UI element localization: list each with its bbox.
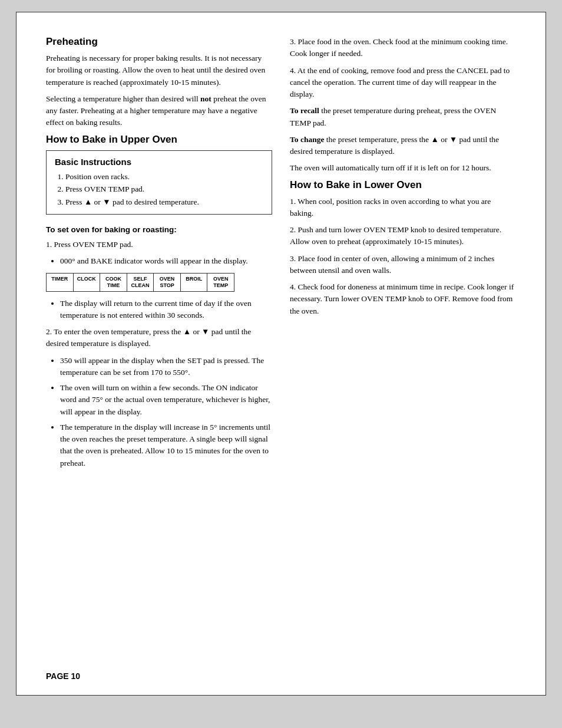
lower-step2: 2. Push and turn lower OVEN TEMP knob to… (290, 224, 516, 248)
control-panel: TIMER CLOCK COOKTIME SELFCLEAN OVENSTOP … (46, 273, 234, 292)
upper-step2-text: To enter the oven temperature, press the… (46, 327, 251, 348)
right-step4-num: 4. (290, 66, 296, 75)
auto-off-para: The oven will automatically turn off if … (290, 162, 516, 174)
page: Preheating Preheating is necessary for p… (16, 12, 546, 696)
oven-stop-button[interactable]: OVENSTOP (154, 274, 181, 291)
preheating-para2-bold: not (200, 94, 211, 103)
upper-step2-label: 2. To enter the oven temperature, press … (46, 326, 272, 350)
upper-step1-text: Press OVEN TEMP pad. (54, 240, 133, 249)
lower-oven-title: How to Bake in Lower Oven (290, 179, 516, 191)
preheating-title: Preheating (46, 36, 272, 48)
bullet-3: 350 will appear in the display when the … (60, 355, 272, 379)
lower-step3-text: Place food in center of oven, allowing a… (290, 254, 494, 275)
broil-button[interactable]: BROIL (181, 274, 208, 291)
recall-text: the preset temperature during preheat, p… (290, 106, 496, 127)
upper-oven-title: How to Bake in Upper Oven (46, 134, 272, 146)
change-para: To change the preset temperature, press … (290, 134, 516, 158)
basic-step-2: Press OVEN TEMP pad. (65, 183, 263, 196)
basic-instructions-list: Position oven racks. Press OVEN TEMP pad… (65, 170, 263, 209)
preheating-para2-plain: Selecting a temperature higher than desi… (46, 94, 200, 103)
lower-step3-num: 3. (290, 254, 296, 263)
oven-temp-button[interactable]: OVENTEMP (207, 274, 234, 291)
bullet-2: The display will return to the current t… (60, 298, 272, 322)
basic-step-3: Press ▲ or ▼ pad to desired temperature. (65, 196, 263, 209)
bullet-list-3: 350 will appear in the display when the … (60, 355, 272, 469)
lower-step4-num: 4. (290, 282, 296, 291)
lower-step3: 3. Place food in center of oven, allowin… (290, 253, 516, 277)
bullet-1: 000° and BAKE indicator words will appea… (60, 255, 272, 267)
bullet-5: The temperature in the display will incr… (60, 421, 272, 469)
lower-step1: 1. When cool, position racks in oven acc… (290, 196, 516, 220)
page-number: PAGE 10 (46, 671, 80, 681)
right-step3-num: 3. (290, 37, 296, 46)
clock-button[interactable]: CLOCK (74, 274, 101, 291)
basic-instructions-box: Basic Instructions Position oven racks. … (46, 150, 272, 215)
bullet-list-1: 000° and BAKE indicator words will appea… (60, 255, 272, 267)
basic-instructions-title: Basic Instructions (55, 157, 263, 167)
left-column: Preheating Preheating is necessary for p… (46, 36, 272, 474)
recall-para: To recall the preset temperature during … (290, 105, 516, 129)
preheating-para2: Selecting a temperature higher than desi… (46, 93, 272, 129)
bullet-4: The oven will turn on within a few secon… (60, 382, 272, 418)
lower-step1-text: When cool, position racks in oven accord… (290, 197, 491, 218)
recall-bold: To recall (290, 106, 319, 115)
set-oven-header: To set oven for baking or roasting: (46, 224, 272, 236)
cook-time-button[interactable]: COOKTIME (100, 274, 127, 291)
right-step3-text: Place food in the oven. Check food at th… (290, 37, 508, 58)
lower-step4-text: Check food for doneness at minimum time … (290, 282, 514, 315)
right-step4: 4. At the end of cooking, remove food an… (290, 65, 516, 101)
lower-step1-num: 1. (290, 197, 296, 206)
lower-step2-num: 2. (290, 225, 296, 234)
lower-step2-text: Push and turn lower OVEN TEMP knob to de… (290, 225, 501, 246)
change-bold: To change (290, 135, 324, 144)
timer-button[interactable]: TIMER (47, 274, 74, 291)
right-step3: 3. Place food in the oven. Check food at… (290, 36, 516, 60)
preheating-para1: Preheating is necessary for proper bakin… (46, 52, 272, 88)
bullet-list-2: The display will return to the current t… (60, 298, 272, 322)
lower-step4: 4. Check food for doneness at minimum ti… (290, 281, 516, 317)
basic-step-1: Position oven racks. (65, 170, 263, 183)
self-clean-button[interactable]: SELFCLEAN (127, 274, 154, 291)
right-step4-text: At the end of cooking, remove food and p… (290, 66, 510, 99)
right-column: 3. Place food in the oven. Check food at… (290, 36, 516, 474)
upper-step1-label: 1. Press OVEN TEMP pad. (46, 239, 272, 251)
